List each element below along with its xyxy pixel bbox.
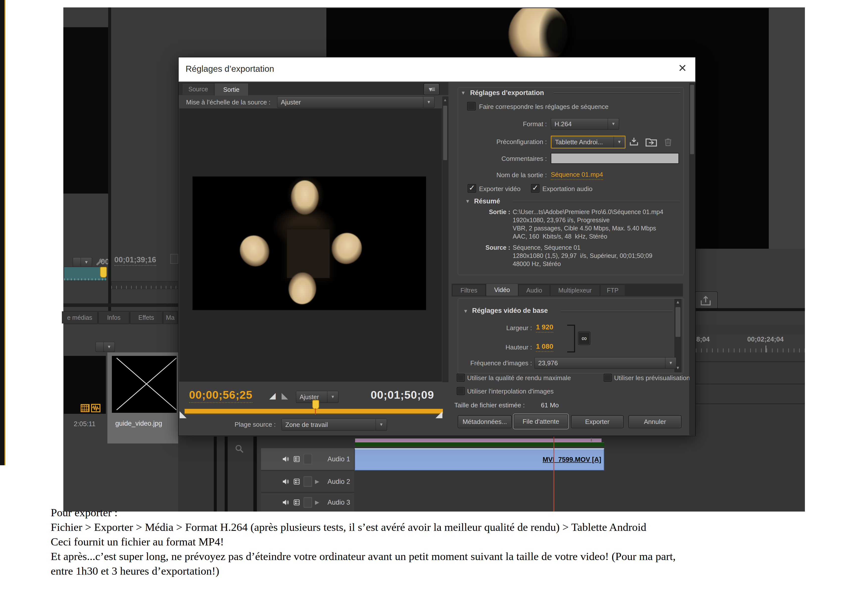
export-frame-button[interactable] (694, 291, 718, 310)
source-monitor-mini-dropdown[interactable]: ▼ (73, 257, 92, 267)
cancel-button[interactable]: Annuler (628, 415, 682, 428)
source-range-dropdown[interactable]: Zone de travail ▼ (282, 419, 387, 431)
work-area-marker[interactable] (591, 438, 592, 442)
tab-label: Multiplexeur (558, 287, 592, 294)
ruler-right-label: 00;02;24;04 (747, 336, 784, 343)
sequence-timecode[interactable]: 00;01;39;16 (114, 256, 156, 266)
scrub-playhead-marker[interactable] (312, 400, 319, 409)
tab-audio[interactable]: Audio (519, 285, 550, 296)
queue-button[interactable]: File d'attente (514, 414, 568, 429)
scale-dropdown[interactable]: Ajuster ▼ (277, 96, 434, 108)
max-render-quality-checkbox[interactable] (457, 374, 465, 381)
tab-ftp[interactable]: FTP (600, 285, 625, 296)
match-sequence-label: Faire correspondre les réglages de séque… (479, 103, 608, 111)
scale-label: Mise à l’échelle de la source : (186, 99, 270, 106)
track-display-style-icon[interactable] (293, 478, 301, 485)
tab-marques[interactable]: Ma (163, 311, 177, 324)
tab-video[interactable]: Vidéo (486, 284, 518, 296)
source-playhead[interactable] (100, 267, 107, 278)
preview-video-frame (192, 177, 426, 310)
scrollbar-thumb[interactable] (676, 307, 680, 337)
check-icon: ✓ (469, 184, 475, 192)
disclosure-icon[interactable]: ▶ (315, 499, 319, 505)
save-preset-icon[interactable] (628, 136, 639, 147)
monitor-small-button[interactable] (170, 254, 178, 264)
disclosure-icon[interactable]: ▶ (315, 478, 319, 485)
export-audio-label: Exportation audio (542, 185, 592, 193)
tab-filtres[interactable]: Filtres (452, 285, 485, 296)
import-preset-icon[interactable] (645, 136, 658, 147)
tab-sortie[interactable]: Sortie (214, 83, 248, 96)
track-divider (696, 361, 805, 362)
project-item-image-thumb[interactable] (112, 356, 177, 413)
source-range-value: Zone de travail (285, 421, 328, 429)
fps-label: Fréquence d'images : (467, 359, 532, 367)
ruler-center-tick (766, 346, 766, 352)
width-value[interactable]: 1 920 (536, 323, 553, 333)
close-icon[interactable]: × (674, 60, 690, 76)
metadata-button[interactable]: Métadonnées... (458, 415, 512, 428)
collapse-icon[interactable]: ▼ (461, 90, 466, 96)
link-dimensions-button[interactable]: ∞ (578, 332, 591, 345)
speaker-icon[interactable] (282, 455, 290, 463)
collapse-icon[interactable]: ▼ (465, 198, 470, 204)
panel-menu-button[interactable]: ▾≡ (424, 83, 439, 95)
settings-pane-scrollbar[interactable] (689, 83, 695, 435)
caption-line: Pour exporter : (51, 505, 676, 520)
tab-media-browser[interactable]: e médias (62, 311, 98, 324)
height-value[interactable]: 1 080 (536, 343, 553, 352)
scroll-up-icon[interactable]: ▲ (676, 300, 680, 305)
preset-dropdown[interactable]: Tablette Androi... ▼ (551, 136, 626, 149)
export-audio-checkbox[interactable]: ✓ (531, 184, 539, 192)
fps-dropdown[interactable]: 23,976 ▼ (535, 357, 676, 369)
film-icon[interactable] (81, 404, 90, 412)
range-end-handle[interactable] (436, 411, 442, 418)
preview-current-timecode[interactable]: 00;00;56;25 (189, 389, 253, 403)
tab-effets[interactable]: Effets (130, 311, 162, 324)
settings-header: Réglages d’exportation (470, 89, 544, 97)
summary-header: Résumé (474, 197, 500, 205)
delete-preset-icon[interactable] (663, 137, 673, 147)
export-button[interactable]: Exporter (571, 415, 623, 428)
header-rule (561, 311, 673, 311)
track-display-style-icon[interactable] (293, 455, 301, 463)
out-point-icon[interactable]: ◣ (282, 391, 288, 400)
frame-blending-checkbox[interactable] (457, 387, 465, 395)
tab-multiplexeur[interactable]: Multiplexeur (550, 285, 600, 296)
caption-line: Fichier > Exporter > Média > Format H.26… (51, 520, 676, 535)
range-start-handle[interactable] (180, 411, 186, 418)
export-video-checkbox[interactable]: ✓ (468, 184, 476, 192)
scroll-up-icon[interactable]: ▲ (443, 98, 447, 102)
speaker-icon[interactable] (282, 478, 290, 485)
scrollbar-thumb[interactable] (690, 85, 694, 154)
comments-input[interactable] (551, 153, 679, 164)
project-view-dropdown[interactable]: ▼ (96, 342, 115, 352)
preview-scrollbar[interactable]: ▲ (442, 96, 448, 382)
width-label: Largeur : (485, 324, 532, 332)
track-toggle-box[interactable] (304, 476, 312, 487)
scrollbar-thumb[interactable] (443, 106, 447, 160)
project-item-duration: 2:05:11 (74, 420, 96, 428)
format-dropdown[interactable]: H.264 ▼ (551, 118, 619, 130)
audio-track-header-1[interactable]: Audio 1 (261, 448, 354, 470)
header-rule (513, 201, 680, 202)
output-name-link[interactable]: Séquence 01.mp4 (551, 171, 603, 180)
output-name-label: Nom de la sortie : (487, 171, 547, 179)
scrub-track[interactable] (184, 409, 443, 414)
audio-track-header-2[interactable]: ▶ Audio 2 (261, 471, 354, 493)
video-face-left (235, 231, 274, 271)
tab-label: Effets (138, 314, 154, 321)
in-point-icon[interactable]: ◢ (269, 391, 276, 400)
zoom-tool-icon[interactable] (234, 444, 245, 454)
tab-source[interactable]: Source (182, 83, 214, 95)
tab-infos[interactable]: Infos (98, 311, 129, 324)
collapse-icon[interactable]: ▼ (463, 309, 468, 314)
video-clip-green[interactable] (355, 442, 604, 446)
match-sequence-checkbox[interactable] (467, 102, 476, 110)
track-toggle-box[interactable] (304, 454, 312, 464)
audio-waveform-icon[interactable] (91, 404, 101, 412)
track-divider (696, 403, 805, 404)
audio-clip[interactable]: MVI_7599.MOV [A] (355, 448, 604, 470)
timeline-playhead[interactable] (553, 437, 554, 512)
use-previews-checkbox[interactable] (604, 374, 612, 381)
